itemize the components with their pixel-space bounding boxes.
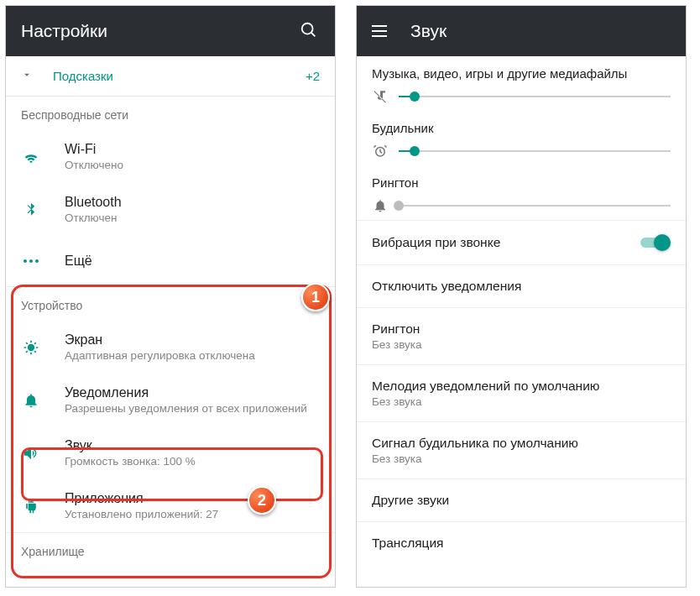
slider-alarm[interactable]: Будильник [357,111,686,165]
sound-panel: Звук Музыка, видео, игры и другие медиаф… [356,5,687,588]
slider-label: Музыка, видео, игры и другие медиафайлы [372,66,671,81]
item-subtitle: Отключен [65,212,320,224]
item-title: Уведомления [65,385,320,400]
item-notification-sound[interactable]: Мелодия уведомлений по умолчанию Без зву… [357,364,686,421]
svg-point-5 [28,343,34,350]
volume-icon [21,444,41,463]
item-title: Сигнал будильника по умолчанию [372,436,671,451]
item-vibrate[interactable]: Вибрация при звонке [357,220,686,264]
item-notifications[interactable]: Уведомления Разрешены уведомления от все… [6,374,335,426]
item-bluetooth[interactable]: Bluetooth Отключен [6,183,335,236]
hints-label: Подсказки [53,69,306,83]
svg-point-0 [302,24,313,34]
section-device: Устройство [6,287,335,321]
hamburger-icon[interactable] [372,25,387,37]
settings-panel: Настройки Подсказки +2 Беспроводные сети… [5,5,336,588]
item-subtitle: Адаптивная регулировка отключена [65,349,320,362]
music-off-icon [372,89,389,104]
svg-point-2 [24,259,27,263]
slider-ring[interactable]: Рингтон [357,165,686,220]
hints-row[interactable]: Подсказки +2 [6,56,335,97]
item-dnd[interactable]: Отключить уведомления [357,264,686,307]
bell-muted-icon [372,198,389,213]
settings-title: Настройки [21,21,300,41]
slider-track[interactable] [399,96,671,97]
alarm-icon [372,144,389,159]
more-icon [21,259,41,264]
sound-title: Звук [410,21,671,41]
chevron-down-icon [21,69,33,84]
item-title: Другие звуки [372,493,671,508]
item-alarm-sound[interactable]: Сигнал будильника по умолчанию Без звука [357,421,686,478]
item-subtitle: Громкость звонка: 100 % [65,455,320,468]
vibrate-switch[interactable] [640,234,671,251]
hints-badge: +2 [306,69,320,83]
slider-track[interactable] [399,150,671,152]
search-icon[interactable] [300,21,320,41]
item-subtitle: Разрешены уведомления от всех приложений [65,402,320,415]
brightness-icon [21,339,41,356]
item-ringtone[interactable]: Рингтон Без звука [357,307,686,364]
item-subtitle: Установлено приложений: 27 [65,508,320,520]
bluetooth-icon [21,201,41,218]
item-title: Экран [65,332,320,348]
item-subtitle: Без звука [372,395,671,408]
slider-media[interactable]: Музыка, видео, игры и другие медиафайлы [357,56,686,111]
slider-label: Рингтон [372,175,671,190]
item-title: Мелодия уведомлений по умолчанию [372,379,671,394]
slider-label: Будильник [372,121,671,135]
item-title: Звук [65,438,320,453]
item-title: Приложения [65,491,320,506]
android-icon [21,498,41,515]
item-title: Вибрация при звонке [372,235,640,250]
item-subtitle: Без звука [372,338,671,351]
item-title: Bluetooth [65,195,320,210]
item-display[interactable]: Экран Адаптивная регулировка отключена [6,321,335,374]
svg-point-3 [29,259,33,263]
item-wifi[interactable]: Wi-Fi Отключено [6,130,335,183]
slider-track[interactable] [399,205,671,207]
bell-icon [21,392,41,409]
svg-line-1 [311,33,316,37]
item-cast[interactable]: Трансляция [357,521,686,564]
item-storage-cutoff: Хранилище [6,533,335,558]
svg-point-4 [35,259,39,263]
item-other-sounds[interactable]: Другие звуки [357,478,686,521]
wifi-icon [21,148,41,166]
section-wireless: Беспроводные сети [6,97,335,130]
settings-header: Настройки [6,6,335,56]
item-title: Ещё [65,254,320,269]
sound-header: Звук [357,6,686,56]
item-sound[interactable]: Звук Громкость звонка: 100 % [6,426,335,479]
item-title: Wi-Fi [65,142,320,157]
item-title: Трансляция [372,536,671,551]
item-more[interactable]: Ещё [6,236,335,286]
item-apps[interactable]: Приложения Установлено приложений: 27 [6,479,335,532]
item-subtitle: Без звука [372,452,671,465]
item-title: Отключить уведомления [372,279,671,294]
item-subtitle: Отключено [65,159,320,171]
item-title: Рингтон [372,322,671,337]
